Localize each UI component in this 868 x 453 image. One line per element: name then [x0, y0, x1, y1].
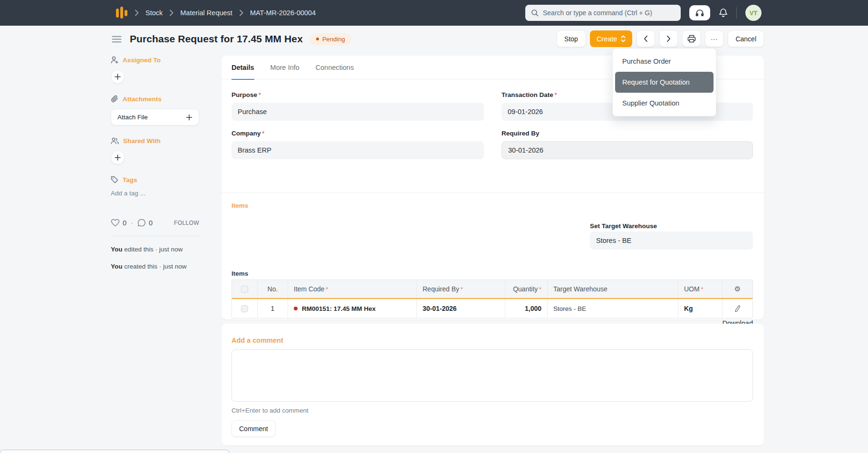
- comment-count: 0: [149, 219, 153, 227]
- cancel-button[interactable]: Cancel: [728, 30, 764, 47]
- column-header-item-code: Item Code: [288, 280, 417, 298]
- next-document-button[interactable]: [659, 30, 678, 47]
- grid-settings-button[interactable]: ⚙: [723, 280, 752, 298]
- row-checkbox[interactable]: [241, 305, 248, 312]
- attachments-label: Attachments: [123, 96, 162, 103]
- comment-count-button[interactable]: [137, 219, 146, 227]
- print-button[interactable]: [682, 30, 701, 47]
- follow-button[interactable]: FOLLOW: [174, 220, 199, 226]
- plus-icon: [186, 114, 193, 121]
- status-dot-icon: [294, 307, 298, 310]
- chevron-right-icon: [666, 35, 671, 42]
- activity-text: created this · just now: [123, 263, 187, 270]
- tab-details[interactable]: Details: [231, 56, 254, 79]
- previous-document-button[interactable]: [637, 30, 655, 47]
- table-row: 1 RM00151: 17.45 MM Hex 30-01-2026 1,000…: [232, 299, 752, 318]
- required-marker: [538, 285, 541, 293]
- sidebar-toggle-button[interactable]: [111, 35, 123, 44]
- search-input[interactable]: [543, 9, 675, 17]
- chevron-left-icon: [644, 35, 648, 42]
- stop-button[interactable]: Stop: [557, 30, 586, 47]
- plus-icon: [115, 154, 121, 161]
- page-header: Purchase Request for 17.45 MM Hex Pendin…: [111, 30, 351, 48]
- target-warehouse-cell[interactable]: Stores - BE: [548, 299, 678, 318]
- tab-more-info[interactable]: More Info: [270, 56, 299, 79]
- user-plus-icon: [111, 56, 118, 64]
- paperclip-icon: [111, 95, 118, 103]
- required-by-cell[interactable]: 30-01-2026: [417, 299, 505, 318]
- column-header-required-by: Required By: [417, 280, 505, 298]
- add-comment-heading: Add a comment: [231, 337, 283, 344]
- add-assignment-button[interactable]: [111, 70, 125, 84]
- headphones-icon: [695, 9, 704, 17]
- breadcrumb-stock[interactable]: Stock: [145, 9, 163, 17]
- transaction-date-label: Transaction Date: [502, 91, 553, 98]
- breadcrumb: Stock Material Request MAT-MR-2026-00004: [116, 6, 316, 19]
- app-logo-icon[interactable]: [116, 6, 128, 19]
- partial-tooltip: [0, 450, 229, 453]
- items-table-header: No. Item Code Required By Quantity Targe…: [232, 280, 752, 299]
- set-target-warehouse-input[interactable]: Stores - BE: [590, 231, 753, 250]
- attach-file-button[interactable]: Attach File: [111, 109, 199, 125]
- menu-item-request-for-quotation[interactable]: Request for Quotation: [615, 72, 714, 93]
- users-icon: [111, 137, 119, 145]
- attach-file-label: Attach File: [117, 114, 148, 121]
- purpose-field: Purpose Purchase: [231, 91, 484, 121]
- activity-text: edited this · just now: [123, 246, 183, 253]
- add-share-button[interactable]: [111, 151, 125, 164]
- purpose-input[interactable]: Purchase: [231, 103, 484, 121]
- help-headset-button[interactable]: [689, 5, 710, 20]
- column-header-no: No.: [258, 280, 288, 298]
- activity-actor: You: [111, 263, 123, 270]
- select-all-checkbox[interactable]: [241, 286, 248, 293]
- create-button[interactable]: Create: [590, 30, 633, 47]
- comment-submit-button[interactable]: Comment: [231, 420, 276, 437]
- chevron-up-down-icon: [621, 35, 626, 42]
- activity-actor: You: [111, 246, 123, 253]
- menu-item-supplier-quotation[interactable]: Supplier Quotation: [615, 93, 714, 114]
- like-count: 0: [123, 219, 126, 227]
- breadcrumb-material-request[interactable]: Material Request: [180, 9, 232, 17]
- required-marker: [261, 130, 265, 137]
- user-avatar[interactable]: VT: [745, 5, 762, 21]
- page: Stock Material Request MAT-MR-2026-00004: [0, 0, 868, 453]
- activity-entry: You created this · just now: [111, 263, 187, 270]
- purpose-label: Purpose: [231, 91, 257, 98]
- navbar: Stock Material Request MAT-MR-2026-00004: [0, 0, 868, 26]
- status-label: Pending: [322, 36, 345, 43]
- column-header-target-warehouse: Target Warehouse: [548, 280, 678, 298]
- add-tag-input[interactable]: Add a tag ...: [111, 190, 199, 197]
- required-marker: [700, 285, 704, 293]
- page-title: Purchase Request for 17.45 MM Hex: [130, 33, 303, 45]
- pencil-icon: [734, 305, 741, 312]
- items-section-heading[interactable]: Items: [231, 202, 248, 209]
- more-options-button[interactable]: ...: [705, 30, 723, 47]
- tags-section: Tags: [111, 176, 199, 183]
- items-grid-label: Items: [231, 270, 248, 277]
- create-dropdown-menu: Purchase Order Request for Quotation Sup…: [612, 48, 716, 116]
- edit-row-button[interactable]: [723, 299, 752, 318]
- company-label: Company: [231, 130, 261, 137]
- bell-icon: [719, 8, 728, 18]
- quantity-cell[interactable]: 1,000: [505, 299, 548, 318]
- status-dot-icon: [316, 38, 319, 40]
- uom-cell[interactable]: Kg: [678, 299, 723, 318]
- chevron-right-icon: [169, 10, 174, 16]
- tab-connections[interactable]: Connections: [316, 56, 354, 79]
- assigned-to-label: Assigned To: [123, 57, 161, 64]
- items-table: No. Item Code Required By Quantity Targe…: [231, 280, 753, 318]
- global-search[interactable]: [525, 5, 681, 21]
- like-button[interactable]: [111, 219, 120, 227]
- item-code-cell[interactable]: RM00151: 17.45 MM Hex: [288, 299, 417, 318]
- required-marker: [553, 91, 557, 98]
- notifications-button[interactable]: [719, 8, 728, 18]
- comment-input[interactable]: [231, 349, 753, 402]
- shared-with-section: Shared With: [111, 137, 199, 145]
- create-button-label: Create: [597, 35, 617, 43]
- company-input[interactable]: Brass ERP: [231, 141, 484, 159]
- breadcrumb-document-id[interactable]: MAT-MR-2026-00004: [250, 9, 316, 17]
- required-marker: [459, 285, 463, 293]
- navbar-right: VT: [525, 0, 762, 26]
- menu-item-purchase-order[interactable]: Purchase Order: [615, 51, 714, 72]
- dot-separator: ·: [131, 219, 133, 227]
